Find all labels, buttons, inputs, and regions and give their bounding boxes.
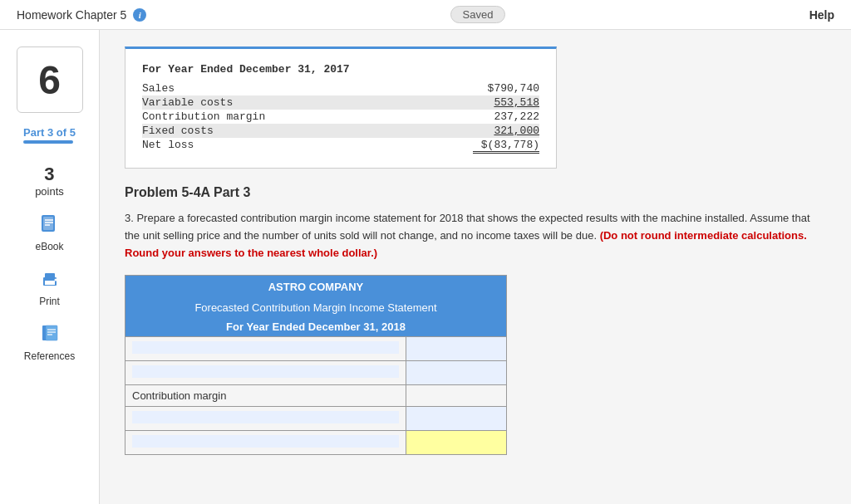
row1-value-cell <box>406 337 506 360</box>
problem-text: 3. Prepare a forecasted contribution mar… <box>125 210 826 262</box>
table-row: Contribution margin 237,222 <box>142 110 539 124</box>
problem-title: Problem 5-4A Part 3 <box>125 185 826 200</box>
prev-answer-card: For Year Ended December 31, 2017 Sales $… <box>125 46 557 169</box>
row1-label-input[interactable] <box>132 341 399 354</box>
topbar-left: Homework Chapter 5 i <box>17 8 146 22</box>
svg-rect-10 <box>46 325 57 340</box>
table-row: Variable costs 553,518 <box>142 95 539 110</box>
contribution-margin-row: Contribution margin <box>125 384 506 406</box>
astro-period-label: For Year Ended December 31, 2018 <box>125 317 506 336</box>
table-input-row-2 <box>125 360 506 384</box>
left-sidebar: 6 Part 3 of 5 3 points eBook <box>0 30 100 504</box>
svg-rect-7 <box>45 281 55 285</box>
table-input-row-5 <box>125 430 506 454</box>
question-number-box: 6 <box>17 46 83 113</box>
content-area: For Year Ended December 31, 2017 Sales $… <box>100 30 851 504</box>
row4-label-cell <box>125 407 406 430</box>
row1-value-input[interactable] <box>406 337 506 360</box>
svg-rect-6 <box>45 273 55 279</box>
references-button[interactable]: References <box>24 321 75 362</box>
row2-label-input[interactable] <box>132 365 399 378</box>
contribution-margin-label: Contribution margin <box>125 385 406 406</box>
saved-badge: Saved <box>450 6 506 23</box>
row5-value-input[interactable] <box>406 431 506 454</box>
points-label: points <box>35 185 64 198</box>
ebook-icon <box>37 211 63 237</box>
svg-point-8 <box>54 279 57 281</box>
row5-label-cell <box>125 431 406 454</box>
part-progress-bar <box>23 140 73 144</box>
astro-company-header: ASTRO COMPANY <box>125 276 506 298</box>
income-table-header: For Year Ended December 31, 2017 <box>142 62 539 76</box>
top-bar: Homework Chapter 5 i Saved Help <box>0 0 851 30</box>
table-input-row-1 <box>125 336 506 360</box>
question-number: 6 <box>38 57 61 103</box>
references-icon <box>37 321 63 347</box>
part-label: Part 3 of 5 <box>23 126 76 139</box>
main-container: 6 Part 3 of 5 3 points eBook <box>0 30 851 504</box>
astro-table: ASTRO COMPANY Forecasted Contribution Ma… <box>125 275 507 455</box>
info-icon[interactable]: i <box>133 8 146 22</box>
contribution-margin-value <box>406 385 506 406</box>
svg-rect-1 <box>43 217 53 230</box>
print-button[interactable]: Print <box>37 266 63 307</box>
table-row: Fixed costs 321,000 <box>142 124 539 138</box>
table-row: Net loss $(83,778) <box>142 138 539 154</box>
help-button[interactable]: Help <box>809 8 834 22</box>
row5-value-cell <box>406 431 506 454</box>
print-icon <box>37 266 63 292</box>
ebook-label: eBook <box>35 241 63 252</box>
row1-label-cell <box>125 337 406 360</box>
ebook-button[interactable]: eBook <box>35 211 63 252</box>
page-title: Homework Chapter 5 <box>17 8 126 22</box>
table-row: Sales $790,740 <box>142 81 539 95</box>
table-input-row-4 <box>125 406 506 430</box>
print-label: Print <box>39 296 60 307</box>
row4-value-input[interactable] <box>406 407 506 430</box>
row5-label-input[interactable] <box>132 435 399 448</box>
income-table: For Year Ended December 31, 2017 Sales $… <box>142 62 539 154</box>
astro-statement-label: Forecasted Contribution Margin Income St… <box>125 298 506 317</box>
row2-value-input[interactable] <box>406 361 506 384</box>
row4-label-input[interactable] <box>132 411 399 423</box>
references-label: References <box>24 350 75 362</box>
row2-value-cell <box>406 361 506 384</box>
row2-label-cell <box>125 361 406 384</box>
row4-value-cell <box>406 407 506 430</box>
points-value: 3 <box>35 164 64 185</box>
